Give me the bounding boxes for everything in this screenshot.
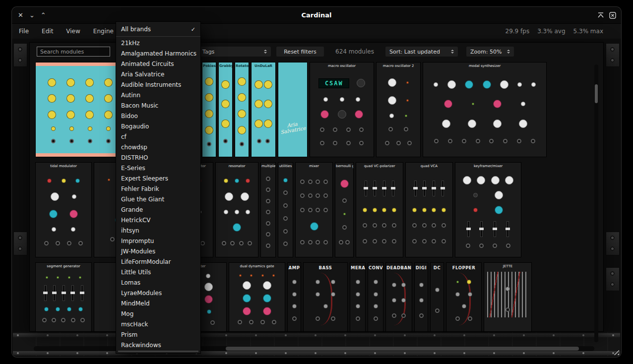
knob[interactable] bbox=[468, 120, 476, 128]
knob[interactable] bbox=[477, 176, 485, 184]
knob[interactable] bbox=[44, 307, 49, 311]
jack-port[interactable] bbox=[323, 240, 328, 244]
jack-port[interactable] bbox=[200, 241, 205, 245]
jack-port[interactable] bbox=[283, 190, 288, 195]
knob[interactable] bbox=[238, 126, 246, 134]
knob[interactable] bbox=[462, 304, 466, 308]
jack-port[interactable] bbox=[71, 318, 75, 322]
knob[interactable] bbox=[264, 100, 272, 108]
jack-port[interactable] bbox=[230, 241, 235, 245]
knob[interactable] bbox=[373, 208, 377, 212]
module-multiples[interactable]: multiples bbox=[261, 163, 275, 257]
jack-port[interactable] bbox=[308, 193, 313, 198]
jack-port[interactable] bbox=[434, 139, 439, 143]
brand-menu-item[interactable]: Impromptu bbox=[116, 236, 200, 246]
jack-port[interactable] bbox=[392, 239, 396, 243]
jack-port[interactable] bbox=[300, 180, 305, 184]
knob[interactable] bbox=[392, 298, 396, 303]
jack-port[interactable] bbox=[265, 139, 270, 143]
knob[interactable] bbox=[292, 280, 297, 284]
jack-port[interactable] bbox=[61, 318, 65, 322]
jack-port[interactable] bbox=[42, 318, 47, 322]
knob[interactable] bbox=[465, 80, 473, 89]
jack-port[interactable] bbox=[396, 141, 401, 145]
knob[interactable] bbox=[207, 309, 211, 314]
menu-file[interactable]: File bbox=[19, 28, 29, 35]
jack-port[interactable] bbox=[419, 313, 424, 318]
knob[interactable] bbox=[401, 283, 406, 287]
jack-port[interactable] bbox=[240, 142, 244, 146]
knob[interactable] bbox=[432, 208, 436, 212]
knob[interactable] bbox=[238, 77, 246, 86]
jack-port[interactable] bbox=[316, 193, 320, 198]
jack-port[interactable] bbox=[493, 243, 497, 248]
module-undular[interactable]: UnDuLaR bbox=[252, 62, 275, 157]
knob[interactable] bbox=[444, 100, 452, 108]
module-deadband[interactable]: DEADBAND bbox=[386, 263, 412, 331]
knob[interactable] bbox=[338, 110, 346, 119]
module-digi[interactable]: DIGI bbox=[415, 263, 428, 331]
jack-port[interactable] bbox=[373, 239, 377, 243]
knob[interactable] bbox=[85, 111, 94, 119]
brand-menu-item[interactable]: Bidoo bbox=[116, 111, 200, 121]
brand-menu-item[interactable]: mscHack bbox=[116, 319, 200, 330]
jack-port[interactable] bbox=[67, 241, 71, 245]
knob[interactable] bbox=[221, 120, 230, 128]
knob[interactable] bbox=[204, 295, 213, 303]
knob[interactable] bbox=[47, 179, 52, 183]
slider[interactable] bbox=[433, 181, 435, 196]
jack-port[interactable] bbox=[323, 180, 328, 184]
knob[interactable] bbox=[205, 77, 213, 86]
module-bass[interactable]: BASS bbox=[304, 263, 347, 331]
brand-menu-item[interactable]: Grande bbox=[116, 205, 200, 215]
jack-port[interactable] bbox=[374, 316, 378, 321]
knob[interactable] bbox=[221, 80, 230, 89]
knob[interactable] bbox=[246, 179, 250, 183]
module-segment-generator[interactable]: segment generator bbox=[36, 263, 91, 331]
module-quad-vc-polarizer[interactable]: quad VC-polarizer bbox=[356, 163, 403, 257]
module-dual-dynamics-gate[interactable]: dual dynamics gate bbox=[229, 263, 285, 331]
knob[interactable] bbox=[71, 227, 75, 232]
knob[interactable] bbox=[263, 294, 271, 303]
jack-port[interactable] bbox=[323, 193, 328, 198]
jack-port[interactable] bbox=[308, 240, 313, 244]
jack-port[interactable] bbox=[238, 320, 242, 324]
menu-scrollbar[interactable] bbox=[118, 351, 198, 352]
knob[interactable] bbox=[463, 176, 471, 184]
knob[interactable] bbox=[323, 97, 328, 102]
jack-port[interactable] bbox=[392, 223, 396, 228]
knob[interactable] bbox=[243, 281, 251, 290]
knob[interactable] bbox=[356, 304, 360, 308]
module-unnamed[interactable]: Aria Salvatrice bbox=[278, 62, 307, 157]
menu-view[interactable]: View bbox=[66, 28, 80, 35]
knob[interactable] bbox=[357, 79, 365, 87]
jack-port[interactable] bbox=[210, 320, 215, 325]
brand-menu-item[interactable]: Lomas bbox=[116, 278, 200, 288]
knob[interactable] bbox=[283, 178, 288, 182]
knob[interactable] bbox=[49, 210, 58, 218]
jack-port[interactable] bbox=[292, 316, 297, 321]
knob[interactable] bbox=[224, 210, 228, 214]
jack-port[interactable] bbox=[333, 141, 337, 145]
knob[interactable] bbox=[442, 208, 446, 212]
jack-port[interactable] bbox=[359, 127, 364, 132]
module-resonator[interactable]: resonator bbox=[216, 163, 258, 257]
jack-port[interactable] bbox=[359, 141, 364, 145]
jack-port[interactable] bbox=[207, 142, 211, 146]
slider[interactable] bbox=[81, 285, 83, 301]
brand-menu-item[interactable]: HetrickCV bbox=[116, 215, 200, 226]
slider[interactable] bbox=[365, 181, 367, 196]
module-utilities[interactable]: utilities bbox=[278, 163, 293, 257]
knob[interactable] bbox=[374, 292, 378, 297]
knob[interactable] bbox=[491, 176, 500, 184]
knob[interactable] bbox=[104, 78, 113, 87]
brand-menu-item[interactable]: Prism bbox=[116, 330, 200, 340]
jack-port[interactable] bbox=[69, 139, 74, 143]
knob[interactable] bbox=[506, 287, 510, 291]
knob[interactable] bbox=[521, 102, 525, 106]
module-modal-synthesizer[interactable]: modal synthesizer bbox=[423, 62, 546, 157]
knob[interactable] bbox=[455, 292, 460, 297]
menu-edit[interactable]: Edit bbox=[42, 28, 53, 35]
brand-menu-item[interactable]: Fehler Fabrik bbox=[116, 184, 200, 194]
jack-port[interactable] bbox=[239, 241, 244, 245]
